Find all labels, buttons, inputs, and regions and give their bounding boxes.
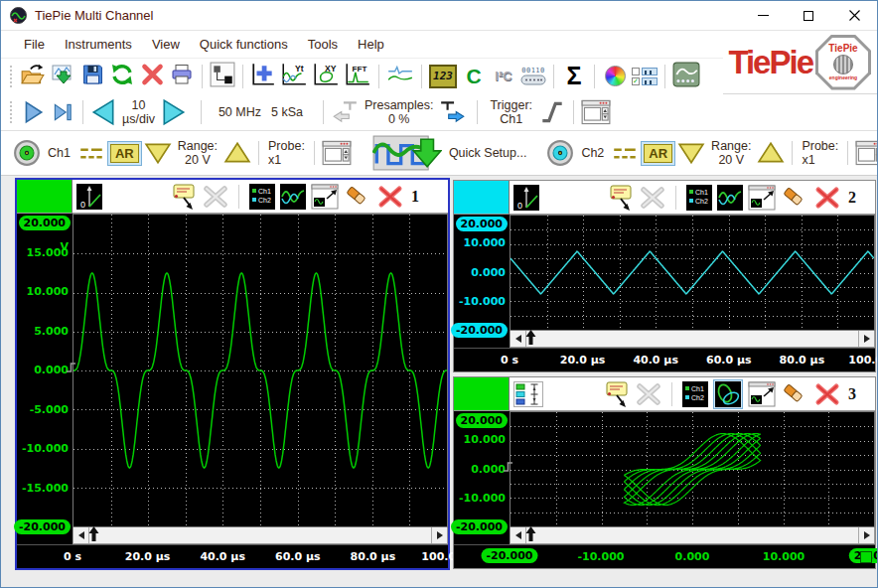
instrument-settings-button[interactable]	[579, 97, 613, 127]
graph2-x-axis[interactable]: 0 s20.0 µs40.0 µs60.0 µs80.0 µs100.0 µs	[454, 348, 875, 371]
channel-legend-button[interactable]: Ch1Ch2	[686, 185, 712, 211]
sample-clock-label[interactable]: 50 MHz	[214, 105, 266, 119]
scroll-left-button[interactable]	[73, 527, 89, 543]
minimize-button[interactable]	[740, 1, 786, 30]
instrument-button[interactable]	[670, 62, 702, 91]
trigger-level-mark[interactable]	[66, 361, 76, 379]
add-comment-button[interactable]	[605, 184, 635, 212]
close-graph-button[interactable]	[813, 185, 841, 211]
channel-legend-button[interactable]: Ch1Ch2	[249, 184, 275, 210]
ch2-range-down-button[interactable]	[675, 138, 707, 168]
trigger-time-marker[interactable]	[525, 525, 536, 546]
timebase-slower-button[interactable]	[88, 97, 118, 127]
quick-setup-button[interactable]	[370, 138, 444, 168]
graph2-scrollbar[interactable]	[510, 331, 875, 348]
menu-file[interactable]: File	[15, 34, 54, 55]
scroll-right-button[interactable]	[858, 331, 874, 347]
yt-graph-button[interactable]: Yt	[278, 62, 310, 91]
signals-button[interactable]	[384, 62, 416, 91]
add-graph-button[interactable]	[248, 62, 278, 91]
graph1-channel-color-corner[interactable]	[17, 180, 73, 214]
trigger-level-mark[interactable]	[503, 460, 513, 479]
ch1-coupling-button[interactable]	[75, 138, 107, 168]
eraser-button[interactable]	[344, 184, 371, 210]
menu-quick-functions[interactable]: Quick functions	[191, 34, 297, 55]
xy-mode-button[interactable]	[713, 379, 743, 409]
xy-source-button[interactable]	[513, 381, 543, 407]
ch1-bnc-button[interactable]	[11, 138, 43, 168]
toolbar-grip[interactable]	[8, 101, 15, 123]
graph3-x-axis[interactable]: -20.000-10.0000.00010.00020.000	[454, 544, 875, 568]
start-button[interactable]	[18, 97, 48, 127]
add-comment-button[interactable]	[168, 183, 198, 211]
i2c-button[interactable]: I²C	[489, 62, 518, 91]
graph1-plot-area[interactable]	[73, 214, 448, 527]
graph2-plot-area[interactable]	[510, 215, 875, 331]
close-button[interactable]	[831, 1, 877, 30]
menu-view[interactable]: View	[143, 34, 189, 55]
graph1-x-axis[interactable]: 0 s20.0 µs40.0 µs60.0 µs80.0 µs100.0 µs	[17, 544, 448, 568]
channel-legend-button[interactable]: Ch1Ch2	[682, 381, 708, 407]
refresh-button[interactable]	[107, 62, 137, 91]
menu-tools[interactable]: Tools	[299, 34, 347, 55]
fft-graph-button[interactable]: FFT	[342, 62, 373, 91]
timebase-faster-button[interactable]	[159, 97, 189, 127]
graph-panel-2[interactable]: 0 Ch1Ch2 2 20.00010.0000.000-10.000-20.0…	[453, 180, 876, 372]
open-button[interactable]	[18, 62, 48, 91]
object-tree-button[interactable]	[208, 62, 237, 91]
ch1-autorange-button[interactable]: AR	[107, 141, 142, 166]
ch1-range-up-button[interactable]	[221, 138, 253, 168]
graph1-y-axis[interactable]: 20.000V15.00010.0005.0000.000-5.000-10.0…	[17, 214, 73, 544]
zoom-to-new-graph-button[interactable]	[748, 381, 776, 407]
title-bar[interactable]: TiePie Multi Channel	[1, 1, 877, 31]
x-axis-end-marker[interactable]	[860, 551, 872, 563]
add-comment-button[interactable]	[601, 380, 631, 408]
record-length-label[interactable]: 5 kSa	[266, 105, 308, 119]
trigger-time-marker[interactable]	[88, 525, 99, 546]
zoom-to-new-graph-button[interactable]	[748, 185, 776, 211]
menu-help[interactable]: Help	[349, 34, 393, 55]
ch1-settings-button[interactable]	[320, 138, 354, 168]
scroll-right-button[interactable]	[431, 527, 447, 543]
eraser-button[interactable]	[781, 381, 808, 407]
ch2-settings-button[interactable]	[853, 138, 878, 168]
presamples-increase-button[interactable]	[437, 97, 469, 127]
ch1-range-down-button[interactable]	[142, 138, 174, 168]
sum-button[interactable]: Σ	[559, 62, 589, 91]
crop-button[interactable]: C	[459, 62, 489, 91]
graph2-y-axis[interactable]: 20.00010.0000.000-10.000-20.000	[454, 215, 510, 348]
oneshot-button[interactable]	[48, 97, 77, 127]
eraser-button[interactable]	[781, 185, 808, 211]
graph3-scrollbar[interactable]	[510, 527, 875, 544]
export-graph-button[interactable]	[48, 62, 77, 91]
maximize-button[interactable]	[786, 1, 831, 30]
yt-mode-button[interactable]	[717, 185, 743, 211]
scroll-right-button[interactable]	[858, 527, 874, 543]
menu-instruments[interactable]: Instruments	[56, 34, 141, 55]
toggle-channels-button[interactable]: ✓	[630, 62, 659, 91]
save-button[interactable]	[77, 62, 107, 91]
scroll-left-button[interactable]	[511, 331, 526, 347]
graph1-scrollbar[interactable]	[73, 527, 448, 544]
trigger-time-marker[interactable]	[525, 329, 536, 350]
ch2-coupling-button[interactable]	[609, 138, 641, 168]
axis-zero-icon[interactable]: 0	[76, 184, 102, 210]
colors-button[interactable]	[600, 62, 630, 91]
scroll-left-button[interactable]	[511, 527, 526, 543]
graph-panel-1[interactable]: 0 Ch1Ch2 1 20.000V15.00010.0005.0000.000…	[15, 178, 450, 570]
ch2-range-up-button[interactable]	[755, 138, 787, 168]
yt-mode-button[interactable]	[280, 184, 306, 210]
quick-setup-label[interactable]: Quick Setup...	[444, 146, 532, 160]
graph2-channel-color-corner[interactable]	[454, 181, 510, 215]
meter-button[interactable]: 123	[427, 62, 459, 91]
graph3-plot-area[interactable]	[510, 411, 875, 527]
graph3-channel-color-corner[interactable]	[454, 377, 510, 411]
ch2-bnc-button[interactable]	[544, 138, 576, 168]
ch2-autorange-button[interactable]: AR	[641, 141, 675, 166]
close-graph-button[interactable]	[376, 184, 404, 210]
graph3-y-axis[interactable]: 20.00010.0000.000-10.000-20.000	[454, 411, 510, 544]
serial-button[interactable]: 00110	[518, 62, 548, 91]
presamples-decrease-button[interactable]	[329, 97, 361, 127]
delete-button[interactable]	[137, 62, 167, 91]
axis-zero-icon[interactable]: 0	[513, 185, 539, 211]
